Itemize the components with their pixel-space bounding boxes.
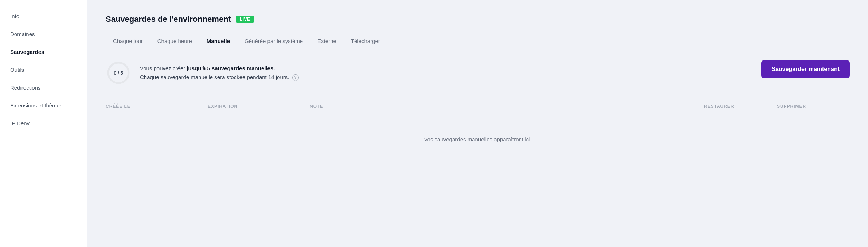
tab-chaque-jour[interactable]: Chaque jour: [106, 34, 150, 48]
sidebar-item-domaines[interactable]: Domaines: [0, 25, 87, 43]
empty-state: Vos sauvegardes manuelles apparaîtront i…: [106, 122, 850, 157]
help-icon[interactable]: ?: [292, 74, 299, 81]
main-content: Sauvegardes de l'environnement LIVE Chaq…: [87, 0, 868, 247]
sidebar-item-ip-deny[interactable]: IP Deny: [0, 114, 87, 132]
sidebar: InfoDomainesSauvegardesOutilsRedirection…: [0, 0, 87, 247]
tab-externe[interactable]: Externe: [310, 34, 344, 48]
page-header: Sauvegardes de l'environnement LIVE: [106, 15, 850, 24]
progress-circle: 0 / 5: [106, 60, 131, 86]
table-col-restaurer: RESTAURER: [704, 104, 777, 109]
tabs-container: Chaque jourChaque heureManuelleGénérée p…: [106, 34, 850, 48]
info-line-2: Chaque sauvegarde manuelle sera stockée …: [140, 73, 299, 82]
progress-label: 0 / 5: [114, 70, 123, 76]
table-col-note: NOTE: [310, 104, 704, 109]
tab-generee-par-le-systeme[interactable]: Générée par le système: [237, 34, 310, 48]
tab-chaque-heure[interactable]: Chaque heure: [150, 34, 199, 48]
info-line-1: Vous pouvez créer jusqu'à 5 sauvegardes …: [140, 64, 299, 73]
table-col-supprimer: SUPPRIMER: [777, 104, 850, 109]
live-badge: LIVE: [236, 16, 254, 23]
sidebar-item-info[interactable]: Info: [0, 7, 87, 25]
sidebar-item-redirections[interactable]: Redirections: [0, 79, 87, 97]
table-col-créée le: CRÉÉE LE: [106, 104, 208, 109]
save-now-button[interactable]: Sauvegarder maintenant: [761, 60, 850, 78]
sidebar-item-outils[interactable]: Outils: [0, 61, 87, 79]
top-area: 0 / 5 Vous pouvez créer jusqu'à 5 sauveg…: [106, 60, 850, 100]
tab-telecharger[interactable]: Télécharger: [344, 34, 387, 48]
table-col-expiration: EXPIRATION: [208, 104, 310, 109]
sidebar-item-extensions[interactable]: Extensions et thèmes: [0, 97, 87, 114]
info-text: Vous pouvez créer jusqu'à 5 sauvegardes …: [140, 64, 299, 82]
tab-manuelle[interactable]: Manuelle: [199, 34, 237, 48]
page-title: Sauvegardes de l'environnement: [106, 15, 231, 24]
info-bold: jusqu'à 5 sauvegardes manuelles.: [187, 65, 275, 71]
table-header: CRÉÉE LEEXPIRATIONNOTERESTAURERSUPPRIMER: [106, 100, 850, 113]
info-section: 0 / 5 Vous pouvez créer jusqu'à 5 sauveg…: [106, 60, 299, 86]
sidebar-item-sauvegardes[interactable]: Sauvegardes: [0, 43, 87, 61]
